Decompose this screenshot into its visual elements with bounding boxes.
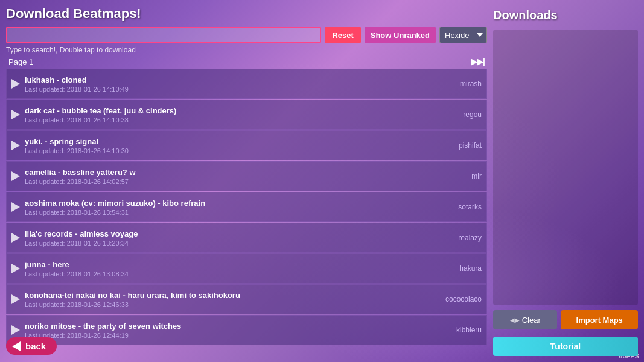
back-button[interactable]: back (6, 337, 57, 355)
search-hint: Type to search!, Double tap to download (6, 46, 487, 54)
beatmap-info: junna - hereLast updated: 2018-01-26 13:… (25, 260, 454, 278)
beatmap-creator: regou (463, 110, 482, 119)
beatmap-info: lukhash - clonedLast updated: 2018-01-26… (25, 75, 455, 93)
reset-button[interactable]: Reset (325, 27, 360, 43)
beatmap-date: Last updated: 2018-01-26 13:20:34 (25, 240, 453, 247)
beatmap-info: lila'c records - aimless voyageLast upda… (25, 229, 453, 247)
play-icon (11, 325, 20, 335)
beatmap-creator: hakura (459, 264, 482, 273)
beatmap-title: camellia - bassline yatteru? w (25, 168, 467, 177)
page-title: Download Beatmaps! (6, 6, 487, 22)
back-arrow-icon (12, 341, 21, 351)
beatmap-date: Last updated: 2018-01-26 14:10:49 (25, 86, 455, 93)
import-maps-button[interactable]: Import Maps (561, 310, 638, 329)
beatmap-creator: realazy (458, 233, 482, 242)
beatmap-item[interactable]: aoshima moka (cv: mimori suzuko) - kibo … (6, 192, 487, 222)
play-icon (11, 233, 20, 243)
search-input[interactable] (6, 27, 321, 43)
beatmap-info: yuki. - spring signalLast updated: 2018-… (25, 137, 454, 154)
beatmap-title: dark cat - bubble tea (feat. juu & cinde… (25, 106, 458, 115)
play-icon (11, 171, 20, 181)
show-unranked-button[interactable]: Show Unranked (365, 27, 436, 43)
play-icon (11, 110, 20, 119)
beatmap-creator: cococolaco (445, 295, 482, 303)
beatmap-title: lukhash - cloned (25, 75, 455, 84)
clear-icon: ◀▶ (510, 317, 520, 323)
beatmap-info: aoshima moka (cv: mimori suzuko) - kibo … (25, 198, 453, 216)
clear-label: Clear (522, 316, 541, 325)
beatmap-info: noriko mitose - the party of seven witch… (25, 322, 451, 339)
beatmap-date: Last updated: 2018-01-26 14:10:38 (25, 116, 458, 124)
beatmap-title: noriko mitose - the party of seven witch… (25, 322, 451, 331)
beatmap-title: aoshima moka (cv: mimori suzuko) - kibo … (25, 198, 453, 208)
pagination-row: Page 1 ▶▶| (6, 57, 487, 66)
beatmap-creator: mir (471, 172, 482, 180)
beatmap-item[interactable]: noriko mitose - the party of seven witch… (6, 315, 487, 345)
beatmap-creator: pishifat (459, 141, 482, 150)
play-icon (11, 294, 20, 304)
creator-select[interactable]: HexideAllRanked (439, 27, 487, 43)
beatmap-info: camellia - bassline yatteru? wLast updat… (25, 168, 467, 185)
clear-button[interactable]: ◀▶ Clear (493, 310, 557, 329)
beatmap-title: junna - here (25, 260, 454, 269)
beatmap-item[interactable]: lila'c records - aimless voyageLast upda… (6, 223, 487, 253)
beatmap-date: Last updated: 2018-01-26 12:46:33 (25, 301, 441, 308)
beatmap-date: Last updated: 2018-01-26 14:02:57 (25, 178, 467, 185)
page-label: Page 1 (8, 57, 33, 66)
play-icon (11, 202, 20, 212)
beatmap-item[interactable]: lukhash - clonedLast updated: 2018-01-26… (6, 69, 487, 99)
downloads-title: Downloads (493, 6, 638, 25)
beatmap-creator: kibbleru (456, 326, 482, 334)
tutorial-button[interactable]: Tutorial (493, 337, 638, 356)
beatmap-title: lila'c records - aimless voyage (25, 229, 453, 238)
beatmap-date: Last updated: 2018-01-26 13:08:34 (25, 270, 454, 278)
beatmap-info: konohana-tei nakai no kai - haru urara, … (25, 291, 441, 308)
beatmap-info: dark cat - bubble tea (feat. juu & cinde… (25, 106, 458, 124)
search-bar: Reset Show Unranked HexideAllRanked (6, 27, 487, 43)
downloads-area (493, 30, 638, 305)
play-icon (11, 79, 20, 89)
beatmap-date: Last updated: 2018-01-26 13:54:31 (25, 209, 453, 216)
beatmap-item[interactable]: dark cat - bubble tea (feat. juu & cinde… (6, 100, 487, 130)
right-buttons: ◀▶ Clear Import Maps (493, 310, 638, 329)
beatmap-item[interactable]: yuki. - spring signalLast updated: 2018-… (6, 130, 487, 160)
beatmap-item[interactable]: camellia - bassline yatteru? wLast updat… (6, 161, 487, 191)
beatmap-creator: mirash (460, 80, 482, 88)
pagination-next[interactable]: ▶▶| (471, 57, 485, 66)
beatmap-date: Last updated: 2018-01-26 14:10:30 (25, 147, 454, 154)
back-label: back (25, 341, 46, 351)
beatmap-item[interactable]: konohana-tei nakai no kai - haru urara, … (6, 284, 487, 314)
beatmap-item[interactable]: junna - hereLast updated: 2018-01-26 13:… (6, 253, 487, 284)
play-icon (11, 264, 20, 273)
beatmap-title: konohana-tei nakai no kai - haru urara, … (25, 291, 441, 300)
beatmap-title: yuki. - spring signal (25, 137, 454, 146)
beatmap-creator: sotarks (458, 203, 482, 211)
beatmap-list: lukhash - clonedLast updated: 2018-01-26… (6, 69, 487, 356)
play-icon (11, 141, 20, 150)
beatmap-date: Last updated: 2018-01-26 12:44:19 (25, 332, 451, 339)
